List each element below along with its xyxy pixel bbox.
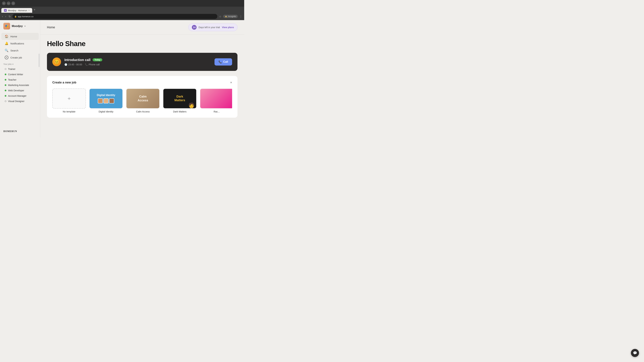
job-item-web-developer[interactable]: Web Developer — [1, 88, 39, 93]
company-logo: 🎭 — [3, 23, 10, 29]
template-dark-matters[interactable]: DarkMatters 🧑 Dark Matters — [163, 88, 196, 113]
template-calm-access[interactable]: CalmAccess Calm Access — [126, 88, 160, 113]
sidebar-item-notifications[interactable]: 🔔 Notifications — [1, 40, 39, 47]
create-job-header: Create a new job × — [52, 81, 232, 84]
template-name-calm-access: Calm Access — [126, 110, 160, 113]
template-name-racket: Rac... — [200, 110, 232, 113]
call-button[interactable]: 📞 Call — [214, 58, 232, 65]
dm-thumb-title: DarkMatters — [174, 95, 185, 102]
di-avatars — [98, 98, 114, 103]
jobs-list: Trainer Content Writer Teacher Marketing… — [0, 66, 40, 104]
calm-access-thumbnail: CalmAccess — [126, 88, 160, 109]
section-chevron-icon: ▾ — [12, 63, 14, 65]
main-content: Home 14 Days left in your trial View pla… — [40, 20, 244, 137]
back-button[interactable]: ‹ — [1, 14, 4, 18]
today-badge: Today — [92, 58, 102, 61]
window-minimize-btn[interactable]: — — [7, 1, 10, 5]
interview-avatar: 😊 — [52, 57, 61, 66]
interview-title: Introduction call — [64, 58, 90, 62]
interview-info: Introduction call Today 🕐 23:45 - 00:00 … — [64, 58, 211, 66]
interview-time: 🕐 23:45 - 00:00 — [64, 63, 82, 66]
close-create-job-button[interactable]: × — [230, 81, 232, 84]
tab-close-icon[interactable]: × — [28, 9, 30, 11]
di-avatar-3 — [109, 98, 114, 103]
interview-card: 😊 Introduction call Today 🕐 23:45 - 00:0… — [47, 53, 238, 71]
sidebar-item-search[interactable]: 🔍 Search — [1, 47, 39, 54]
bookmark-icon[interactable]: ☆ — [218, 14, 222, 19]
search-icon: 🔍 — [5, 49, 8, 52]
call-icon: 📞 — [218, 60, 222, 63]
window-maximize-btn[interactable]: □ — [12, 1, 15, 5]
sidebar-item-home[interactable]: 🏠 Home — [1, 33, 39, 40]
dark-matters-thumbnail: DarkMatters 🧑 — [163, 88, 196, 109]
trial-days-count: 14 — [192, 25, 196, 30]
template-racket[interactable]: Rac... — [200, 88, 232, 113]
racket-thumbnail — [200, 88, 232, 109]
job-label-visual-designer: Visual Designer — [8, 100, 24, 103]
company-name: Moodjoy — [12, 25, 23, 28]
new-tab-button[interactable]: + — [32, 7, 37, 12]
incognito-badge: 🕵 Incognito — [223, 15, 238, 18]
job-item-trainer[interactable]: Trainer — [1, 66, 39, 72]
sidebar: 🎭 Moodjoy ▾ 🏠 Home 🔔 Notifications 🔍 Sea… — [0, 20, 40, 137]
job-item-visual-designer[interactable]: Visual Designer — [1, 98, 39, 104]
template-name-no-template: No template — [52, 110, 86, 113]
interview-meta: 🕐 23:45 - 00:00 📞 Phone call — [64, 63, 211, 66]
reload-button[interactable]: ↻ — [8, 14, 12, 19]
company-dropdown-icon[interactable]: ▾ — [24, 25, 26, 27]
browser-chrome: × — □ — [0, 0, 244, 7]
di-avatar-1 — [98, 98, 103, 103]
job-item-account-manager[interactable]: Account Manager — [1, 93, 39, 98]
digital-identity-thumbnail: Digital Identity — [89, 88, 123, 109]
trial-badge: 14 Days left in your trial View plans — [188, 23, 238, 31]
nav-search-label: Search — [10, 49, 18, 52]
interview-type-text: Phone call — [89, 63, 100, 66]
page-title: Home — [47, 26, 55, 29]
template-name-digital-identity: Digital Identity — [89, 110, 123, 113]
trial-text: Days left in your trial — [198, 26, 220, 29]
job-dot-marketing — [5, 84, 6, 86]
job-dot-account-manager — [5, 95, 6, 97]
tab-bar: M Moodjoy · Homerun × + — [0, 7, 244, 13]
tab-title: Moodjoy · Homerun — [8, 9, 27, 12]
create-job-nav-label: Create job — [10, 56, 22, 59]
job-item-marketing-associate[interactable]: Marketing Associate — [1, 82, 39, 88]
di-thumb-title: Digital Identity — [97, 94, 115, 97]
view-plans-link[interactable]: View plans — [222, 26, 234, 29]
job-label-content-writer: Content Writer — [8, 73, 23, 76]
job-item-content-writer[interactable]: Content Writer — [1, 72, 39, 77]
forward-button[interactable]: › — [4, 14, 7, 18]
template-no-template[interactable]: + No template — [52, 88, 86, 113]
address-text: app.homerun.co — [18, 15, 34, 18]
job-label-trainer: Trainer — [8, 68, 16, 70]
job-label-account-manager: Account Manager — [8, 94, 26, 97]
homerun-logo: HOMERUN — [3, 130, 37, 133]
template-digital-identity[interactable]: Digital Identity Digital Identity — [89, 88, 123, 113]
job-dot-content-writer — [5, 73, 6, 75]
phone-icon: 📞 — [85, 63, 88, 66]
active-tab[interactable]: M Moodjoy · Homerun × — [1, 8, 32, 13]
interview-time-text: 23:45 - 00:00 — [68, 63, 82, 66]
clock-icon: 🕐 — [64, 63, 67, 66]
app-container: 🎭 Moodjoy ▾ 🏠 Home 🔔 Notifications 🔍 Sea… — [0, 20, 244, 137]
create-job-nav-item[interactable]: + Create job — [1, 54, 39, 61]
lock-icon: 🔒 — [14, 15, 17, 17]
job-item-teacher[interactable]: Teacher — [1, 77, 39, 82]
main-header: Home 14 Days left in your trial View pla… — [40, 20, 244, 35]
sidebar-bottom: HOMERUN — [0, 128, 40, 135]
address-bar[interactable]: 🔒 app.homerun.co — [12, 14, 218, 19]
window-close-btn[interactable]: × — [2, 1, 6, 5]
incognito-icon: 🕵 — [225, 15, 227, 17]
menu-icon[interactable]: ⋮ — [239, 14, 243, 19]
create-job-title: Create a new job — [52, 81, 76, 84]
dm-character-icon: 🧑 — [188, 102, 194, 108]
greeting-text: Hello Shane — [47, 40, 238, 48]
sidebar-scrollbar[interactable] — [39, 54, 40, 67]
job-label-web-dev: Web Developer — [8, 89, 24, 92]
nav-notifications-label: Notifications — [10, 42, 24, 45]
content-area: Hello Shane 😊 Introduction call Today 🕐 … — [40, 35, 244, 123]
create-job-plus-icon: + — [5, 56, 8, 59]
job-dot-trainer — [5, 68, 6, 70]
sidebar-logo-area: 🎭 Moodjoy ▾ — [0, 23, 40, 33]
jobs-section-label: Your jobs ▾ — [0, 61, 40, 66]
